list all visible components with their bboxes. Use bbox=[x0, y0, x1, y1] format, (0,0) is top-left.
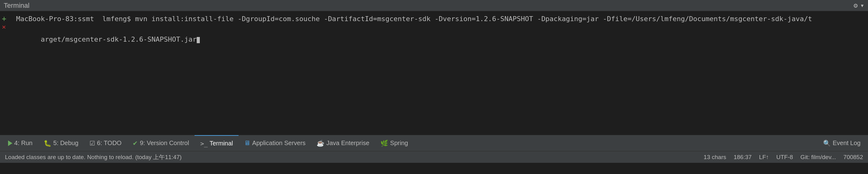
eventlog-icon: 🔍 bbox=[823, 140, 831, 147]
toolbar-vcs-label: 9: Version Control bbox=[140, 140, 189, 147]
toolbar-eventlog-label: Event Log bbox=[833, 140, 861, 147]
status-right: 13 chars 186:37 LF↑ UTF-8 Git: film/dev.… bbox=[704, 154, 863, 160]
toolbar-debug-label: 5: Debug bbox=[53, 140, 79, 147]
terminal-cursor bbox=[197, 37, 200, 43]
toolbar-item-terminal[interactable]: >_ Terminal bbox=[194, 135, 239, 151]
title-bar-left: Terminal bbox=[4, 2, 29, 10]
vcs-icon: ✔ bbox=[132, 140, 138, 147]
toolbar-item-vcs[interactable]: ✔ 9: Version Control bbox=[127, 135, 194, 151]
toolbar-spring-label: Spring bbox=[390, 140, 408, 147]
window-title: Terminal bbox=[4, 2, 29, 10]
toolbar-item-todo[interactable]: ☑ 6: TODO bbox=[84, 135, 127, 151]
status-encoding: UTF-8 bbox=[776, 154, 793, 160]
toolbar-todo-label: 6: TODO bbox=[97, 140, 121, 147]
toolbar-run-label: 4: Run bbox=[14, 140, 33, 147]
status-bar: Loaded classes are up to date. Nothing t… bbox=[0, 151, 868, 163]
close-terminal-button[interactable]: × bbox=[2, 24, 6, 30]
toolbar-javaent-label: Java Enterprise bbox=[326, 140, 369, 147]
terminal-line-2: arget/msgcenter-sdk-1.2.6-SNAPSHOT.jar bbox=[16, 24, 863, 55]
toolbar-appservers-label: Application Servers bbox=[252, 140, 305, 147]
spring-icon: 🌿 bbox=[380, 140, 388, 147]
new-terminal-button[interactable]: + bbox=[2, 15, 6, 22]
bottom-toolbar: 4: Run 🐛 5: Debug ☑ 6: TODO ✔ 9: Version… bbox=[0, 135, 868, 151]
toolbar-item-javaent[interactable]: ☕ Java Enterprise bbox=[311, 135, 375, 151]
gear-icon[interactable]: ⚙ bbox=[854, 2, 858, 9]
toolbar-item-appservers[interactable]: 🖥 Application Servers bbox=[239, 135, 311, 151]
toolbar-item-debug[interactable]: 🐛 5: Debug bbox=[38, 135, 84, 151]
title-bar: Terminal ⚙ ▾ bbox=[0, 0, 868, 11]
status-position: 186:37 bbox=[734, 154, 751, 160]
status-message: Loaded classes are up to date. Nothing t… bbox=[5, 153, 182, 161]
toolbar-terminal-label: Terminal bbox=[209, 140, 233, 147]
status-git-branch: Git: film/dev... bbox=[801, 154, 836, 160]
javaent-icon: ☕ bbox=[317, 140, 324, 147]
settings-dropdown-icon[interactable]: ▾ bbox=[860, 2, 864, 9]
terminal-sidebar-buttons: + × bbox=[0, 14, 8, 32]
todo-icon: ☑ bbox=[90, 140, 95, 147]
status-extra: 700852 bbox=[843, 154, 863, 160]
run-icon bbox=[8, 141, 12, 146]
terminal-line-1: MacBook-Pro-83:ssmt lmfeng$ mvn install:… bbox=[16, 14, 863, 24]
title-bar-right: ⚙ ▾ bbox=[854, 2, 865, 9]
toolbar-item-eventlog[interactable]: 🔍 Event Log bbox=[823, 140, 861, 147]
terminal-content: + × MacBook-Pro-83:ssmt lmfeng$ mvn inst… bbox=[0, 11, 868, 135]
appservers-icon: 🖥 bbox=[244, 140, 250, 147]
status-lf: LF↑ bbox=[759, 154, 769, 160]
toolbar-right: 🔍 Event Log bbox=[823, 140, 866, 147]
toolbar-item-spring[interactable]: 🌿 Spring bbox=[375, 135, 413, 151]
debug-icon: 🐛 bbox=[44, 140, 52, 147]
toolbar-item-run[interactable]: 4: Run bbox=[2, 135, 38, 151]
status-chars: 13 chars bbox=[704, 154, 726, 160]
terminal-tool-icon: >_ bbox=[200, 140, 208, 147]
